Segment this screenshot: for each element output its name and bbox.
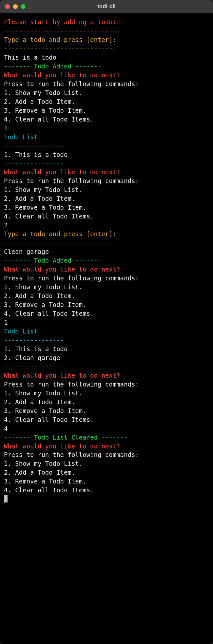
terminal-line: 4 bbox=[4, 424, 209, 433]
terminal-line: 1. This is a todo bbox=[4, 150, 209, 159]
terminal-line: 4. Clear all Todo Items. bbox=[4, 309, 209, 318]
terminal-line: ---------------- bbox=[4, 159, 209, 168]
titlebar[interactable]: todi-cli bbox=[0, 0, 213, 13]
terminal-line: Press to run the following commands: bbox=[4, 80, 209, 88]
minimize-button[interactable] bbox=[13, 4, 18, 9]
terminal-line: 3. Remove a Todo Item. bbox=[4, 300, 209, 309]
window-title: todi-cli bbox=[97, 3, 116, 10]
terminal-line: 1. Show my Todo List. bbox=[4, 185, 209, 194]
close-button[interactable] bbox=[5, 4, 10, 9]
terminal-line: 4. Clear all Todo Items. bbox=[4, 486, 209, 495]
terminal-line: 1. Show my Todo List. bbox=[4, 283, 209, 292]
terminal-line: What would you like to do next? bbox=[4, 371, 209, 380]
terminal-line: ------- Todo Added ------- bbox=[4, 62, 209, 71]
terminal-line: 1. Show my Todo List. bbox=[4, 459, 209, 468]
maximize-button[interactable] bbox=[21, 4, 26, 9]
terminal-line: 3. Remove a Todo Item. bbox=[4, 407, 209, 415]
terminal-line: What would you like to do next? bbox=[4, 168, 209, 177]
terminal-line: 2 bbox=[4, 221, 209, 230]
terminal-line: What would you like to do next? bbox=[4, 442, 209, 451]
terminal-line: ------------------------------- bbox=[4, 27, 209, 35]
terminal-line: 2. Add a Todo Item. bbox=[4, 97, 209, 106]
terminal-line: 1 bbox=[4, 318, 209, 327]
terminal-line: 1. Show my Todo List. bbox=[4, 389, 209, 398]
terminal-line: 1 bbox=[4, 124, 209, 133]
terminal-line: 3. Remove a Todo Item. bbox=[4, 203, 209, 212]
terminal-line: 3. Remove a Todo Item. bbox=[4, 477, 209, 486]
terminal-line: Todo List bbox=[4, 327, 209, 336]
terminal-prompt-line[interactable] bbox=[4, 495, 209, 503]
traffic-lights bbox=[5, 4, 26, 9]
terminal-line: ---------------- bbox=[4, 142, 209, 150]
terminal-line: Type a todo and press [enter]: bbox=[4, 230, 209, 238]
terminal-line: Clean garage bbox=[4, 247, 209, 256]
terminal-body[interactable]: Please start by adding a todo:----------… bbox=[0, 13, 213, 508]
terminal-line: This is a todo bbox=[4, 53, 209, 62]
terminal-line: Press to run the following commands: bbox=[4, 380, 209, 389]
terminal-line: 1. This is a todo bbox=[4, 345, 209, 353]
terminal-line: 2. Add a Todo Item. bbox=[4, 468, 209, 477]
terminal-line: Todo List bbox=[4, 133, 209, 142]
terminal-line: ------- Todo List Cleared ------- bbox=[4, 433, 209, 442]
terminal-line: 1. Show my Todo List. bbox=[4, 88, 209, 97]
terminal-line: 4. Clear all Todo Items. bbox=[4, 212, 209, 221]
terminal-line: What would you like to do next? bbox=[4, 265, 209, 274]
terminal-line: 2. Add a Todo Item. bbox=[4, 398, 209, 407]
terminal-line: ---------------- bbox=[4, 336, 209, 345]
terminal-line: Type a todo and press [enter]: bbox=[4, 35, 209, 44]
terminal-line: ------------------------------ bbox=[4, 238, 209, 247]
terminal-line: 4. Clear all Todo Items. bbox=[4, 415, 209, 424]
terminal-line: ------- Todo Added ------- bbox=[4, 256, 209, 265]
terminal-line: ------------------------------ bbox=[4, 44, 209, 53]
terminal-line: 4. Clear all Todo Items. bbox=[4, 115, 209, 124]
terminal-line: Press to run the following commands: bbox=[4, 450, 209, 459]
terminal-line: Press to run the following commands: bbox=[4, 274, 209, 283]
terminal-line: 3. Remove a Todo Item. bbox=[4, 106, 209, 115]
terminal-line: Press to run the following commands: bbox=[4, 177, 209, 185]
terminal-line: Please start by adding a todo: bbox=[4, 18, 209, 27]
cursor bbox=[4, 495, 8, 502]
terminal-line: ---------------- bbox=[4, 362, 209, 371]
terminal-line: 2. Add a Todo Item. bbox=[4, 292, 209, 300]
terminal-line: What would you like to do next? bbox=[4, 71, 209, 80]
terminal-line: 2. Clean garage bbox=[4, 353, 209, 362]
terminal-window: todi-cli Please start by adding a todo:-… bbox=[0, 0, 213, 644]
terminal-line: 2. Add a Todo Item. bbox=[4, 194, 209, 203]
